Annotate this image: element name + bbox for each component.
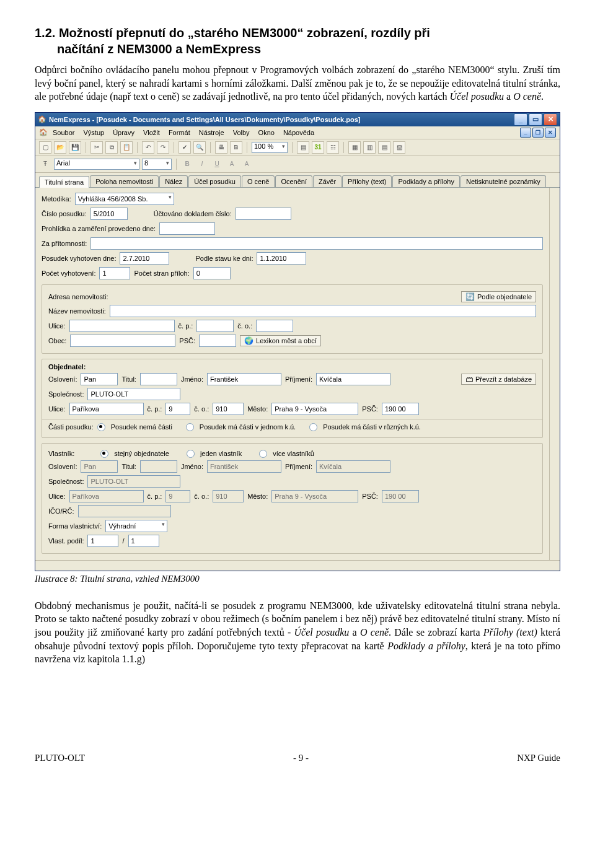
obj-mesto-input[interactable]: Praha 9 - Vysoča — [271, 403, 358, 415]
menu-volby[interactable]: Volby — [232, 128, 251, 137]
menu-vlozit[interactable]: Vložit — [142, 128, 161, 137]
tab-nalez[interactable]: Nález — [159, 175, 188, 187]
tb-icon-b[interactable]: ▥ — [363, 141, 376, 154]
open-icon[interactable]: 📂 — [54, 141, 66, 154]
fontcolor-button[interactable]: A — [226, 158, 238, 170]
save-icon[interactable]: 💾 — [69, 141, 81, 154]
obj-co-input[interactable]: 910 — [213, 403, 244, 415]
vertical-scrollbar[interactable] — [549, 188, 560, 560]
menu-nastroje[interactable]: Nástroje — [198, 128, 226, 137]
zoom-select[interactable]: 100 % — [252, 142, 288, 153]
titul-label: Titul: — [121, 375, 136, 383]
close-button[interactable]: ✕ — [544, 113, 557, 126]
heading-line2: načítání z NEM3000 a NemExpress — [35, 41, 560, 57]
obj-ulice-input[interactable]: Paříkova — [69, 403, 144, 415]
horizontal-scrollbar[interactable] — [35, 560, 560, 571]
co-input[interactable] — [256, 320, 293, 332]
ulice-input[interactable] — [69, 320, 175, 332]
prevzit-button[interactable]: 🗃Převzít z databáze — [461, 374, 536, 385]
bold-button[interactable]: B — [181, 158, 193, 170]
menu-upravy[interactable]: Úpravy — [112, 128, 136, 137]
forma-select[interactable]: Výhradní — [105, 520, 167, 532]
lexikon-button[interactable]: 🌍Lexikon měst a obcí — [240, 335, 321, 346]
mdi-close-button[interactable]: ✕ — [545, 128, 556, 138]
cp-input[interactable] — [196, 320, 234, 332]
menu-soubor[interactable]: Soubor — [51, 128, 76, 137]
toolbar-main: ▢ 📂 💾 ✂ ⧉ 📋 ↶ ↷ ✔ 🔍 🖶 🗎 100 % ▤ 31 ☷ ▦ ▥ — [35, 139, 560, 156]
tab-netisk[interactable]: Netisknutelné poznámky — [461, 175, 546, 187]
tb-icon-d[interactable]: ▨ — [393, 141, 405, 154]
tab-podklady[interactable]: Podklady a přílohy — [392, 175, 460, 187]
undo-icon[interactable]: ↶ — [142, 141, 154, 154]
jmeno-input[interactable]: František — [207, 373, 281, 385]
globe-icon: 🌍 — [244, 336, 253, 345]
tab-prilohy[interactable]: Přílohy (text) — [342, 175, 392, 187]
misc-icon[interactable]: ☷ — [327, 141, 339, 154]
preview-icon[interactable]: 🗎 — [230, 141, 242, 154]
stav-input[interactable]: 1.1.2010 — [257, 252, 306, 265]
fontsize-select[interactable]: 8 — [142, 159, 172, 170]
underline-button[interactable]: U — [211, 158, 223, 170]
menu-okno[interactable]: Okno — [257, 128, 276, 137]
new-icon[interactable]: ▢ — [39, 141, 51, 154]
section-heading: 1.2. Možností přepnutí do „starého NEM30… — [35, 25, 560, 57]
podle-objednatele-button[interactable]: 🔄Podle objednatele — [461, 291, 536, 302]
titul-input[interactable] — [140, 373, 177, 385]
podil-b-input[interactable]: 1 — [128, 535, 159, 547]
vl-radio-1[interactable] — [100, 450, 108, 458]
uctovano-input[interactable] — [236, 208, 291, 220]
osloveni-input[interactable]: Pan — [81, 373, 118, 385]
minimize-button[interactable]: _ — [514, 113, 527, 126]
tab-ocene[interactable]: O ceně — [242, 175, 275, 187]
vyhotoven-input[interactable]: 2.7.2010 — [120, 252, 169, 265]
tab-titulni-strana[interactable]: Titulní strana — [39, 176, 89, 188]
menu-format[interactable]: Formát — [167, 128, 192, 137]
font-select[interactable]: Arial — [54, 159, 139, 170]
tb-icon-c[interactable]: ▤ — [378, 141, 390, 154]
ico-input — [78, 505, 171, 517]
maximize-button[interactable]: ▭ — [529, 113, 542, 126]
layout-icon[interactable]: ▤ — [297, 141, 309, 154]
psc-input[interactable] — [199, 335, 236, 347]
paste-icon[interactable]: 📋 — [120, 141, 133, 154]
obj-cp-input[interactable]: 9 — [165, 403, 190, 415]
prohlidka-input[interactable] — [159, 222, 215, 235]
tab-oceneni[interactable]: Ocenění — [275, 175, 312, 187]
tab-ucel[interactable]: Účel posudku — [188, 175, 241, 187]
nazev-input[interactable] — [110, 305, 536, 317]
prijmeni-input[interactable]: Kvíčala — [316, 373, 390, 385]
obec-input[interactable] — [70, 335, 175, 347]
tab-zaver[interactable]: Závěr — [313, 175, 342, 187]
mdi-minimize-button[interactable]: _ — [520, 128, 531, 138]
copy-icon[interactable]: ⧉ — [105, 141, 118, 154]
menu-napoveda[interactable]: Nápověda — [282, 128, 315, 137]
tb-icon-a[interactable]: ▦ — [348, 141, 361, 154]
date-icon[interactable]: 31 — [312, 141, 324, 154]
vl-radio-3[interactable] — [259, 450, 267, 458]
vl-ulice-label: Ulice: — [48, 493, 66, 500]
menu-vystup[interactable]: Výstup — [82, 128, 105, 137]
cut-icon[interactable]: ✂ — [90, 141, 103, 154]
print-icon[interactable]: 🖶 — [215, 141, 227, 154]
highlight-button[interactable]: A — [240, 158, 253, 170]
podil-a-input[interactable]: 1 — [87, 535, 118, 547]
vl-radio-2[interactable] — [187, 450, 195, 458]
spolecnost-input[interactable]: PLUTO-OLT — [87, 388, 180, 400]
italic-button[interactable]: I — [196, 158, 208, 170]
pocetvyh-input[interactable]: 1 — [99, 267, 130, 279]
casti-radio-2[interactable] — [186, 423, 194, 431]
find-icon[interactable]: 🔍 — [193, 141, 206, 154]
tab-poloha[interactable]: Poloha nemovitosti — [90, 175, 159, 187]
spell-icon[interactable]: ✔ — [178, 141, 191, 154]
cislo-input[interactable]: 5/2010 — [90, 208, 128, 220]
casti-radio-1[interactable] — [97, 423, 105, 431]
obj-psc-input[interactable]: 190 00 — [382, 403, 419, 415]
pocetstran-input[interactable]: 0 — [193, 267, 231, 279]
casti-radio-3[interactable] — [309, 423, 317, 431]
redo-icon[interactable]: ↷ — [157, 141, 169, 154]
vl-prijmeni-label: Příjmení: — [285, 463, 312, 470]
zapritom-input[interactable] — [90, 237, 543, 250]
co-label: č. o.: — [237, 322, 252, 330]
metodika-select[interactable]: Vyhláška 456/2008 Sb. — [75, 193, 174, 205]
mdi-restore-button[interactable]: ❐ — [532, 128, 544, 138]
